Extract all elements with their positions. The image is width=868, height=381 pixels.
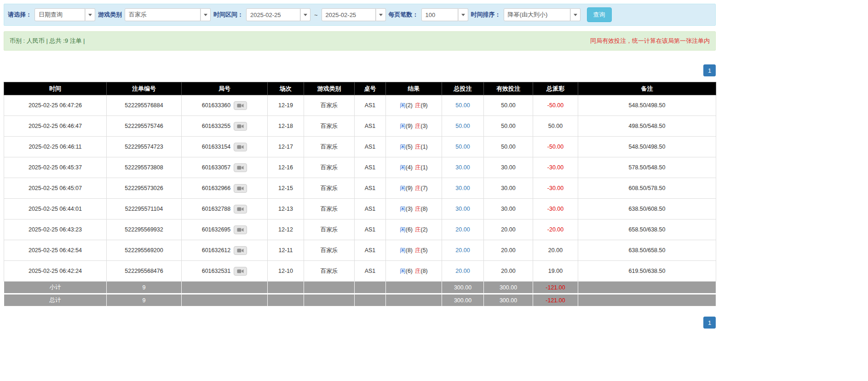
cell-result: 闲(3)庄(8) (386, 199, 442, 219)
subtotal-valid-bet: 300.00 (484, 282, 533, 294)
subtotal-total-bet: 300.00 (442, 282, 484, 294)
video-replay-icon[interactable] (234, 143, 247, 151)
cell-result: 闲(8)庄(5) (386, 240, 442, 261)
cell-table-no: AS1 (355, 95, 386, 116)
video-replay-icon[interactable] (234, 205, 247, 214)
cell-valid-bet: 20.00 (484, 261, 533, 282)
query-type-input[interactable] (34, 8, 85, 21)
cell-remark: 619.50/638.50 (578, 261, 716, 282)
video-replay-icon[interactable] (234, 122, 247, 131)
cell-payout: 20.00 (533, 240, 578, 261)
player-result: 闲 (400, 123, 406, 129)
cell-payout: 19.00 (533, 261, 578, 282)
cell-time: 2025-02-25 06:43:23 (4, 219, 107, 240)
video-replay-icon[interactable] (234, 163, 247, 172)
date-from-input[interactable] (246, 8, 300, 21)
cell-bet-id: 522295576884 (107, 95, 182, 116)
time-sort-input[interactable] (504, 8, 570, 21)
results-table: 时间 注单编号 局号 场次 游戏类别 桌号 结果 总投注 有效投注 总派彩 备注… (4, 82, 716, 306)
cell-session: 12-15 (268, 178, 304, 199)
table-row: 2025-02-25 06:42:24 522295568476 6016325… (4, 261, 716, 282)
table-row: 2025-02-25 06:42:54 522295569200 6016326… (4, 240, 716, 261)
page-1-button[interactable]: 1 (703, 317, 716, 329)
cell-payout: 50.00 (533, 116, 578, 137)
date-to-input[interactable] (322, 8, 376, 21)
time-sort-combobox (504, 8, 581, 21)
header-time: 时间 (4, 82, 107, 95)
pagination-top: 1 (4, 64, 716, 76)
date-to-caret-button[interactable] (376, 8, 386, 21)
player-result: 闲 (400, 164, 406, 171)
banker-result: 庄 (415, 144, 421, 150)
cell-game: 百家乐 (304, 199, 355, 219)
per-page-input[interactable] (421, 8, 458, 21)
time-sort-label: 时间排序： (471, 11, 501, 19)
round-number: 601633154 (202, 143, 231, 150)
header-total-bet: 总投注 (442, 82, 484, 95)
cell-game: 百家乐 (304, 157, 355, 178)
cell-payout: -30.00 (533, 157, 578, 178)
cell-result: 闲(6)庄(2) (386, 219, 442, 240)
cell-total-bet[interactable]: 20.00 (442, 261, 484, 282)
cell-bet-id: 522295573026 (107, 178, 182, 199)
table-row: 2025-02-25 06:45:07 522295573026 6016329… (4, 178, 716, 199)
player-result: 闲 (400, 268, 406, 274)
date-from-caret-button[interactable] (300, 8, 310, 21)
player-result: 闲 (400, 247, 406, 254)
cell-bet-id: 522295569932 (107, 219, 182, 240)
game-category-combobox (125, 8, 211, 21)
banker-result: 庄 (415, 247, 421, 254)
subtotal-payout: -121.00 (533, 282, 578, 294)
query-type-caret-button[interactable] (85, 8, 95, 21)
cell-valid-bet: 30.00 (484, 157, 533, 178)
video-replay-icon[interactable] (234, 246, 247, 255)
cell-game: 百家乐 (304, 116, 355, 137)
cell-session: 12-12 (268, 219, 304, 240)
cell-game: 百家乐 (304, 95, 355, 116)
video-replay-icon[interactable] (234, 101, 247, 110)
cell-result: 闲(6)庄(8) (386, 261, 442, 282)
cell-total-bet[interactable]: 50.00 (442, 95, 484, 116)
cell-time: 2025-02-25 06:47:26 (4, 95, 107, 116)
chevron-down-icon (379, 14, 383, 16)
game-category-label: 游戏类别 (98, 11, 122, 19)
cell-total-bet[interactable]: 20.00 (442, 240, 484, 261)
cell-game: 百家乐 (304, 178, 355, 199)
banker-result: 庄 (415, 226, 421, 233)
header-game: 游戏类别 (304, 82, 355, 95)
cell-result: 闲(5)庄(1) (386, 137, 442, 157)
banker-result: 庄 (415, 185, 421, 191)
video-replay-icon[interactable] (234, 267, 247, 276)
cell-round: 601632612 (182, 240, 268, 261)
cell-total-bet[interactable]: 30.00 (442, 178, 484, 199)
select-type-label: 请选择： (8, 11, 32, 19)
query-button[interactable]: 查询 (587, 7, 612, 22)
header-bet-id: 注单编号 (107, 82, 182, 95)
game-category-caret-button[interactable] (201, 8, 211, 21)
cell-valid-bet: 20.00 (484, 240, 533, 261)
grand-total-count: 9 (107, 294, 182, 306)
cell-remark: 548.50/498.50 (578, 137, 716, 157)
cell-session: 12-19 (268, 95, 304, 116)
cell-total-bet[interactable]: 50.00 (442, 116, 484, 137)
video-replay-icon[interactable] (234, 225, 247, 234)
cell-total-bet[interactable]: 30.00 (442, 199, 484, 219)
game-category-input[interactable] (125, 8, 201, 21)
cell-total-bet[interactable]: 30.00 (442, 157, 484, 178)
cell-time: 2025-02-25 06:46:47 (4, 116, 107, 137)
header-remark: 备注 (578, 82, 716, 95)
table-row: 2025-02-25 06:46:11 522295574723 6016331… (4, 137, 716, 157)
cell-session: 12-16 (268, 157, 304, 178)
cell-bet-id: 522295574723 (107, 137, 182, 157)
cell-session: 12-11 (268, 240, 304, 261)
cell-valid-bet: 50.00 (484, 116, 533, 137)
per-page-caret-button[interactable] (458, 8, 468, 21)
cell-total-bet[interactable]: 20.00 (442, 219, 484, 240)
page-1-button[interactable]: 1 (703, 64, 716, 76)
video-replay-icon[interactable] (234, 184, 247, 193)
cell-game: 百家乐 (304, 240, 355, 261)
cell-total-bet[interactable]: 50.00 (442, 137, 484, 157)
time-sort-caret-button[interactable] (570, 8, 581, 21)
cell-time: 2025-02-25 06:45:07 (4, 178, 107, 199)
cell-session: 12-13 (268, 199, 304, 219)
